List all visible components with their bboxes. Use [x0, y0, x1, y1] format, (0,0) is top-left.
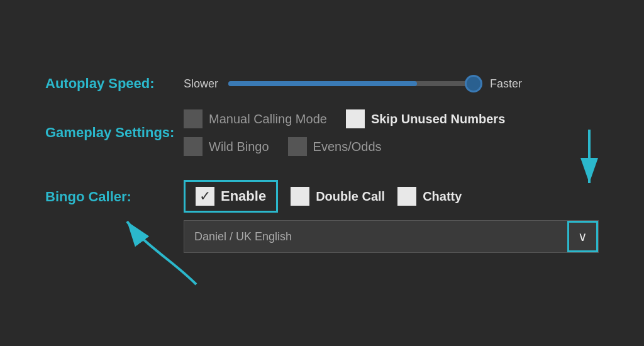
enable-checkmark-box: ✓: [196, 187, 214, 206]
skip-unused-label: Skip Unused Numbers: [371, 112, 505, 126]
skip-unused-checkbox[interactable]: Skip Unused Numbers: [346, 109, 505, 128]
voice-selection-text: Daniel / UK English: [184, 221, 567, 252]
double-call-box: [291, 187, 309, 206]
slider-fill: [228, 81, 417, 86]
enable-label: Enable: [221, 188, 266, 204]
gameplay-settings-row: Gameplay Settings: Manual Calling Mode S…: [45, 109, 599, 156]
bingo-caller-content: ✓ Enable Double Call Chatty Daniel / UK …: [184, 180, 599, 253]
autoplay-speed-label: Autoplay Speed:: [45, 75, 184, 92]
manual-calling-label: Manual Calling Mode: [209, 112, 327, 126]
chatty-checkbox[interactable]: Chatty: [397, 187, 462, 206]
gameplay-options-row2: Wild Bingo Evens/Odds: [184, 137, 505, 156]
wild-bingo-label: Wild Bingo: [209, 140, 269, 154]
caller-options-row: ✓ Enable Double Call Chatty: [184, 180, 599, 213]
dropdown-arrow-button[interactable]: ∨: [567, 221, 598, 252]
slider-thumb[interactable]: [465, 75, 482, 92]
evens-odds-box: [288, 137, 307, 156]
speed-slider-track[interactable]: [228, 81, 480, 86]
enable-checkbox[interactable]: ✓ Enable: [184, 180, 278, 213]
wild-bingo-box: [184, 137, 203, 156]
autoplay-speed-row: Autoplay Speed: Slower Faster: [45, 75, 599, 92]
chatty-label: Chatty: [423, 189, 462, 204]
evens-odds-label: Evens/Odds: [313, 140, 382, 154]
chatty-box: [397, 187, 416, 206]
checkmark-icon: ✓: [199, 189, 211, 203]
voice-dropdown[interactable]: Daniel / UK English ∨: [184, 220, 599, 253]
slower-label: Slower: [184, 77, 218, 91]
double-call-label: Double Call: [316, 189, 385, 204]
skip-unused-box: [346, 109, 365, 128]
double-call-checkbox[interactable]: Double Call: [291, 187, 385, 206]
manual-calling-checkbox[interactable]: Manual Calling Mode: [184, 109, 327, 128]
faster-label: Faster: [490, 77, 522, 91]
gameplay-options-row1: Manual Calling Mode Skip Unused Numbers: [184, 109, 505, 128]
autoplay-slider-area: Slower Faster: [184, 77, 599, 91]
bingo-caller-row: Bingo Caller: ✓ Enable Double Call Chatt…: [45, 174, 599, 253]
manual-calling-box: [184, 109, 203, 128]
evens-odds-checkbox[interactable]: Evens/Odds: [288, 137, 382, 156]
bingo-caller-label: Bingo Caller:: [45, 189, 184, 205]
wild-bingo-checkbox[interactable]: Wild Bingo: [184, 137, 269, 156]
gameplay-options: Manual Calling Mode Skip Unused Numbers …: [184, 109, 505, 156]
settings-container: Autoplay Speed: Slower Faster Gameplay S…: [20, 57, 624, 289]
chevron-down-icon: ∨: [578, 229, 587, 244]
gameplay-settings-label: Gameplay Settings:: [45, 125, 184, 141]
